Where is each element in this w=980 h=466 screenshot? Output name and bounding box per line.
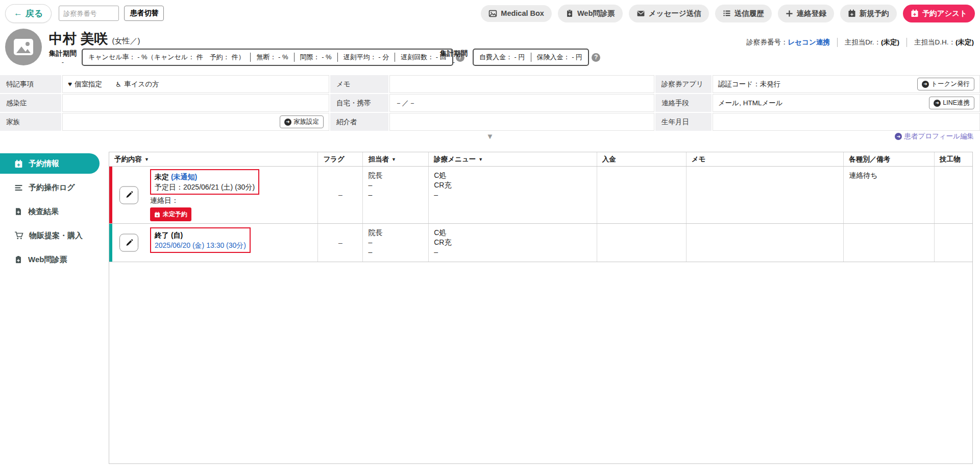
contact-method-value: メール, HTMLメール ➜LINE連携 <box>713 94 980 112</box>
late-average: 遅刻平均： - 分 <box>337 53 395 62</box>
birthday-label: 生年月日 <box>655 113 712 131</box>
top-toolbar: ←戻る 患者切替 Medical Box Web問診票 メッセージ送信 <box>5 4 975 22</box>
infection-value <box>62 94 329 112</box>
help-icon[interactable]: ? <box>592 53 600 62</box>
patient-avatar <box>5 29 42 65</box>
send-history-button[interactable]: 送信履歴 <box>715 5 772 22</box>
main-dr-value: (未定) <box>881 38 899 47</box>
family-value: ➜家族設定 <box>62 113 329 131</box>
payment-stats-box: 自費入金： - 円 保険入金： - 円 <box>473 49 589 66</box>
calendar-plus-icon <box>911 9 919 17</box>
image-icon <box>488 9 497 18</box>
divider <box>906 38 907 47</box>
pencil-icon <box>125 239 133 247</box>
edit-reservation-button[interactable] <box>119 186 138 204</box>
family-setting-button[interactable]: ➜家族設定 <box>280 115 324 128</box>
self-payment: 自費入金： - 円 <box>474 53 531 62</box>
lab-work-cell <box>934 224 972 262</box>
category-note-cell <box>843 224 934 262</box>
reservation-content-cell: 未定 (未通知) 予定日：2025/06/21 (土) (30分) 連絡日： 未… <box>109 167 317 223</box>
header-payment: 入金 <box>597 152 686 166</box>
edit-reservation-button[interactable] <box>119 234 138 252</box>
token-issue-button[interactable]: ➜トークン発行 <box>917 78 974 90</box>
contact-register-button[interactable]: 連絡登録 <box>778 5 834 22</box>
back-button[interactable]: ←戻る <box>5 4 52 23</box>
contact-date-label: 連絡日： <box>150 195 317 205</box>
list-icon <box>723 9 731 17</box>
cart-icon <box>14 231 23 240</box>
lab-work-cell <box>934 167 972 223</box>
send-message-button[interactable]: メッセージ送信 <box>629 5 709 22</box>
header-reservation-content[interactable]: 予約内容▼ <box>109 152 317 166</box>
period2-label: 集計期間- <box>440 49 468 66</box>
no-show-rate: 無断： - % <box>250 53 293 62</box>
insurance-payment: 保険入金： - 円 <box>531 53 589 62</box>
flag-cell: – <box>317 167 362 223</box>
header-staff[interactable]: 担当者▼ <box>362 152 428 166</box>
status-color-bar <box>109 167 112 223</box>
sidebar-item-test-results[interactable]: 検査結果 <box>0 201 102 222</box>
arrow-circle-icon: ➜ <box>284 119 291 126</box>
calendar-plus-icon <box>848 9 856 17</box>
line-link-button[interactable]: ➜LINE連携 <box>929 97 974 109</box>
infection-label: 感染症 <box>0 94 61 112</box>
phone-value: －／－ <box>389 94 654 112</box>
wheelchair-icon: ♿ <box>115 80 121 88</box>
flag-cell: – <box>317 224 362 262</box>
document-plus-icon <box>14 207 22 216</box>
sort-icon: ▼ <box>144 157 149 162</box>
switch-patient-button[interactable]: 患者切替 <box>124 6 164 21</box>
referrer-value <box>389 113 654 131</box>
header-memo: メモ <box>686 152 844 166</box>
payment-cell <box>597 167 686 223</box>
pencil-icon <box>125 191 133 199</box>
reservation-assist-button[interactable]: 予約アシスト <box>903 5 975 22</box>
header-category: 各種別／備考 <box>843 152 934 166</box>
heart-icon: ♥ <box>68 80 72 88</box>
new-reservation-button[interactable]: 新規予約 <box>840 5 897 22</box>
patient-name: 中村 美咲(女性／) <box>49 30 140 48</box>
family-label: 家族 <box>0 113 61 131</box>
referrer-label: 紹介者 <box>330 113 388 131</box>
app-value: 認証コード：未発行 ➜トークン発行 <box>713 75 980 93</box>
cancel-stats-block: 集計期間- キャンセル率： - %（キャンセル： 件 予約： 件） 無断： - … <box>49 49 464 66</box>
medical-box-button[interactable]: Medical Box <box>481 5 552 22</box>
plus-icon <box>786 10 793 17</box>
collapse-panel-toggle[interactable]: ▼ <box>0 132 980 141</box>
header-flag: フラグ <box>317 152 362 166</box>
calendar-plus-icon <box>154 212 160 218</box>
table-header-row: 予約内容▼ フラグ 担当者▼ 診療メニュー▼ 入金 メモ 各種別／備考 技工物 <box>109 152 972 167</box>
reservation-date-link[interactable]: 2025/06/20 (金) 13:30 (30分) <box>155 241 246 249</box>
main-dr-label: 主担当Dr.： <box>845 38 881 47</box>
sidebar-item-merchandise[interactable]: 物販提案・購入 <box>0 225 102 246</box>
recepcon-link[interactable]: レセコン連携 <box>788 38 829 47</box>
cancel-stats-box: キャンセル率： - %（キャンセル： 件 予約： 件） 無断： - % 間際： … <box>82 49 453 66</box>
card-number-label: 診察券番号： <box>746 38 788 47</box>
staff-cell: 院長 – – <box>362 224 428 262</box>
header-menu[interactable]: 診療メニュー▼ <box>428 152 597 166</box>
finished-highlight-box: 終了 (自) 2025/06/20 (金) 13:30 (30分) <box>150 227 251 253</box>
last-minute-rate: 間際： - % <box>294 53 337 62</box>
memo-cell <box>686 224 844 262</box>
unnotified-link[interactable]: (未通知) <box>171 173 197 181</box>
reservation-row-finished: 終了 (自) 2025/06/20 (金) 13:30 (30分) – 院長 –… <box>109 224 972 262</box>
cancel-rate: キャンセル率： - %（キャンセル： 件 予約： 件） <box>83 53 250 62</box>
calendar-plus-icon <box>14 159 23 168</box>
photo-icon <box>13 38 34 56</box>
menu-cell: C処 CR充 – <box>428 167 597 223</box>
web-questionnaire-button[interactable]: Web問診票 <box>558 5 623 22</box>
patient-card-number-input[interactable] <box>59 6 119 21</box>
reservation-content-cell: 終了 (自) 2025/06/20 (金) 13:30 (30分) <box>109 224 317 262</box>
payment-cell <box>597 224 686 262</box>
log-list-icon <box>14 183 23 192</box>
arrow-circle-icon: ➜ <box>934 100 941 107</box>
pending-highlight-box: 未定 (未通知) 予定日：2025/06/21 (土) (30分) <box>150 169 259 195</box>
envelope-icon <box>636 9 645 18</box>
patient-profile-edit-link[interactable]: ➜ 患者プロフィール編集 <box>895 132 974 141</box>
birthday-value <box>713 113 980 131</box>
status-color-bar <box>109 224 112 262</box>
sidebar-item-web-questionnaire[interactable]: Web問診票 <box>0 249 102 270</box>
staff-cell: 院長 – – <box>362 167 428 223</box>
sidebar-item-reservation-log[interactable]: 予約操作ログ <box>0 177 102 198</box>
sidebar-item-reservation-info[interactable]: 予約情報 <box>0 153 100 174</box>
